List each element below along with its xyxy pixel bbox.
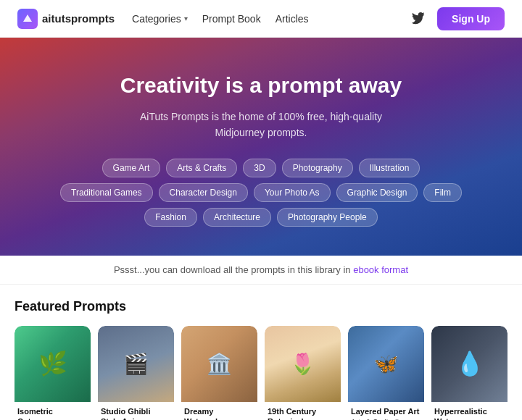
- hero-section: Creativity is a prompt away AiTuts Promp…: [0, 38, 522, 256]
- category-tag[interactable]: Character Design: [159, 183, 248, 202]
- category-tag[interactable]: Fashion: [144, 208, 197, 227]
- card-info: Layered Paper Art Arts & Crafts 5mo: [348, 402, 424, 420]
- cards-grid: Isometric Cutaway 3D 5mo Studio Ghibli S…: [14, 326, 508, 420]
- category-tag[interactable]: Photography: [282, 159, 353, 177]
- nav-categories[interactable]: Categories ▾: [132, 13, 188, 25]
- card-info: Dreamy Watercolor Scenes Illustration 5m…: [181, 402, 257, 420]
- category-tag[interactable]: Traditional Games: [60, 183, 153, 202]
- card-title: 19th Century Botanical Illustration: [268, 406, 338, 420]
- hero-title: Creativity is a prompt away: [120, 72, 402, 98]
- card-info: 19th Century Botanical Illustration Illu…: [265, 402, 341, 420]
- twitter-svg: [412, 12, 425, 25]
- ebook-banner: Pssst...you can download all the prompts…: [0, 256, 522, 285]
- card-title: Layered Paper Art: [351, 406, 421, 416]
- hero-subtitle: AiTuts Prompts is the home of 100% free,…: [140, 109, 382, 141]
- category-tag[interactable]: Your Photo As: [254, 183, 331, 202]
- logo-text: aitutsprompts: [42, 12, 115, 25]
- prompt-card[interactable]: Layered Paper Art Arts & Crafts 5mo: [348, 326, 424, 420]
- prompt-card[interactable]: Studio Ghibli Style Anime Screengrabs Fi…: [98, 326, 174, 420]
- card-title: Studio Ghibli Style Anime Screengrabs: [101, 406, 171, 420]
- category-tag[interactable]: Game Art: [102, 159, 161, 177]
- ebook-text-before: Pssst...you can download all the prompts…: [114, 264, 353, 275]
- header: aitutsprompts Categories ▾ Prompt Book A…: [0, 0, 522, 38]
- svg-marker-0: [23, 14, 32, 22]
- card-info: Isometric Cutaway 3D 5mo: [14, 402, 91, 420]
- card-info: Hyperrealistic Water Photography Photogr…: [431, 402, 508, 420]
- category-tag[interactable]: Arts & Crafts: [166, 159, 237, 177]
- prompt-card[interactable]: Dreamy Watercolor Scenes Illustration 5m…: [181, 326, 257, 420]
- header-right: Sign Up: [408, 7, 505, 30]
- card-image: [98, 326, 174, 402]
- card-title: Dreamy Watercolor Scenes: [184, 406, 254, 420]
- prompt-card[interactable]: 19th Century Botanical Illustration Illu…: [265, 326, 341, 420]
- twitter-icon[interactable]: [408, 9, 428, 29]
- featured-section: Featured Prompts Isometric Cutaway 3D 5m…: [0, 285, 522, 420]
- main-nav: Categories ▾ Prompt Book Articles: [132, 13, 309, 25]
- prompt-card[interactable]: Hyperrealistic Water Photography Photogr…: [431, 326, 508, 420]
- sign-up-button[interactable]: Sign Up: [437, 7, 505, 30]
- category-tag[interactable]: Photography People: [277, 208, 378, 227]
- header-left: aitutsprompts Categories ▾ Prompt Book A…: [17, 9, 309, 29]
- card-image-inner: [98, 326, 174, 402]
- category-tag[interactable]: Film: [423, 183, 462, 202]
- logo-icon: [17, 9, 38, 29]
- logo-svg: [22, 13, 33, 25]
- featured-title: Featured Prompts: [14, 299, 508, 314]
- card-image: [348, 326, 424, 402]
- nav-prompt-book[interactable]: Prompt Book: [202, 13, 261, 25]
- chevron-down-icon: ▾: [184, 14, 188, 22]
- ebook-link[interactable]: ebook format: [353, 264, 408, 275]
- card-info: Studio Ghibli Style Anime Screengrabs Fi…: [98, 402, 174, 420]
- card-image: [14, 326, 91, 402]
- card-title: Hyperrealistic Water Photography: [434, 406, 505, 420]
- tag-list: Game ArtArts & Crafts3DPhotographyIllust…: [58, 159, 464, 227]
- logo[interactable]: aitutsprompts: [17, 9, 115, 29]
- card-image: [431, 326, 508, 402]
- card-image: [181, 326, 257, 402]
- category-tag[interactable]: Architecture: [203, 208, 271, 227]
- prompt-card[interactable]: Isometric Cutaway 3D 5mo: [14, 326, 91, 420]
- card-title: Isometric Cutaway: [17, 406, 88, 420]
- category-tag[interactable]: 3D: [243, 159, 276, 177]
- category-tag[interactable]: Graphic Design: [336, 183, 418, 202]
- card-image-inner: [348, 326, 424, 402]
- card-image-inner: [265, 326, 341, 402]
- card-image-inner: [14, 326, 91, 402]
- card-image-inner: [431, 326, 508, 402]
- nav-articles[interactable]: Articles: [276, 13, 309, 25]
- card-image: [265, 326, 341, 402]
- card-image-inner: [181, 326, 257, 402]
- category-tag[interactable]: Illustration: [359, 159, 420, 177]
